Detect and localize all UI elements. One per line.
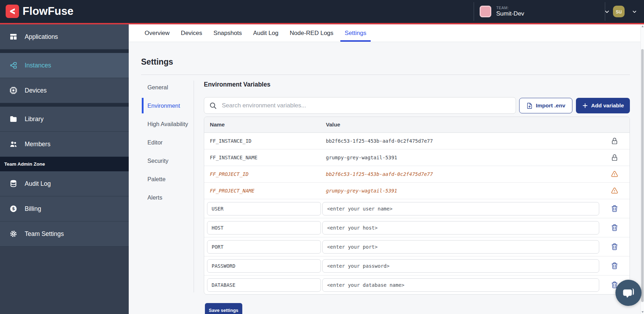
- table-row-deprecated: FF_PROJECT_ID bb2f6c53-1f25-453b-aafd-0c…: [204, 166, 630, 183]
- team-selector[interactable]: TEAM: Sumit-Dev: [480, 0, 610, 23]
- sidebar-item-audit-log[interactable]: Audit Log: [0, 171, 129, 196]
- subnav-item-alerts[interactable]: Alerts: [142, 193, 188, 202]
- subnav-item-palette[interactable]: Palette: [142, 175, 188, 183]
- save-settings-button[interactable]: Save settings: [205, 303, 242, 314]
- env-name-input[interactable]: [207, 259, 321, 273]
- subnav-item-general[interactable]: General: [142, 83, 188, 91]
- delete-variable-button[interactable]: [611, 262, 618, 269]
- lock-icon: [611, 154, 618, 161]
- env-value-input[interactable]: [322, 202, 599, 215]
- sidebar-item-label: Applications: [25, 33, 58, 41]
- lock-icon: [611, 137, 618, 145]
- env-variables-heading: Environment Variables: [204, 81, 271, 88]
- sidebar-item-library[interactable]: Library: [0, 107, 129, 132]
- env-name-input[interactable]: [207, 240, 321, 254]
- sidebar: Applications Instances Devices Library: [0, 24, 129, 314]
- sidebar-gap: [0, 103, 129, 107]
- sidebar-item-label: Instances: [25, 62, 51, 69]
- import-icon: [526, 102, 533, 109]
- brand-logo[interactable]: FlowFuse: [6, 5, 74, 18]
- chat-bubble-icon: [621, 285, 636, 300]
- scrollbar-thumb[interactable]: [641, 49, 644, 302]
- tab-snapshots[interactable]: Snapshots: [209, 24, 246, 42]
- page-title: Settings: [141, 57, 173, 67]
- sidebar-gap: [0, 49, 129, 53]
- table-row-editable: [204, 218, 630, 237]
- search-input[interactable]: [221, 102, 516, 109]
- delete-variable-button[interactable]: [611, 243, 618, 250]
- svg-text:$: $: [12, 206, 15, 211]
- sidebar-item-label: Devices: [25, 87, 47, 94]
- env-value: grumpy-grey-wagtail-5391: [323, 155, 599, 160]
- library-icon: [9, 115, 18, 123]
- table-row-editable: [204, 237, 630, 256]
- sidebar-item-members[interactable]: Members: [0, 132, 129, 157]
- tab-devices[interactable]: Devices: [177, 24, 206, 42]
- env-value: bb2f6c53-1f25-453b-aafd-0c2f475d7e77: [323, 171, 599, 177]
- tab-settings[interactable]: Settings: [340, 24, 370, 42]
- user-menu[interactable]: su: [613, 0, 637, 23]
- team-name: Sumit-Dev: [496, 10, 524, 17]
- env-name-input[interactable]: [207, 202, 321, 215]
- table-row-deprecated: FF_PROJECT_NAME grumpy-grey-wagtail-5391: [204, 183, 630, 199]
- team-avatar: [480, 6, 491, 17]
- subnav-divider: [194, 81, 194, 292]
- env-name: FF_INSTANCE_NAME: [204, 155, 323, 160]
- billing-icon: $: [9, 205, 18, 213]
- sidebar-item-devices[interactable]: Devices: [0, 78, 129, 103]
- app-window: FlowFuse TEAM: Sumit-Dev su: [0, 0, 644, 314]
- add-variable-button[interactable]: Add variable: [576, 98, 630, 113]
- subnav-item-environment[interactable]: Environment: [142, 101, 188, 110]
- env-value: bb2f6c53-1f25-453b-aafd-0c2f475d7e77: [323, 138, 599, 144]
- env-name-input[interactable]: [207, 221, 321, 235]
- devices-icon: [9, 86, 18, 95]
- vertical-scrollbar: [640, 24, 644, 314]
- sidebar-item-billing[interactable]: $ Billing: [0, 196, 129, 221]
- env-name-input[interactable]: [207, 278, 321, 292]
- team-label: TEAM:: [496, 6, 524, 10]
- scroll-down-arrow[interactable]: [642, 311, 644, 313]
- search-icon: [209, 102, 217, 109]
- subnav-item-editor[interactable]: Editor: [142, 138, 188, 147]
- delete-variable-button[interactable]: [611, 224, 618, 231]
- instances-icon: [9, 61, 18, 70]
- sidebar-item-label: Members: [25, 141, 50, 148]
- env-value-input[interactable]: [322, 240, 599, 254]
- plus-icon: [582, 102, 588, 109]
- tab-audit-log[interactable]: Audit Log: [249, 24, 283, 42]
- sidebar-item-team-settings[interactable]: Team Settings: [0, 221, 129, 247]
- delete-variable-button[interactable]: [611, 205, 618, 212]
- sidebar-item-instances[interactable]: Instances: [0, 53, 129, 78]
- scroll-up-arrow[interactable]: [642, 25, 644, 27]
- env-search: [204, 97, 516, 114]
- tab-node-red-logs[interactable]: Node-RED Logs: [286, 24, 338, 42]
- title-divider: [141, 75, 630, 75]
- subnav-item-security[interactable]: Security: [142, 156, 188, 165]
- subnav-item-high-availability[interactable]: High Availability: [142, 120, 188, 128]
- import-env-button[interactable]: Import .env: [519, 98, 572, 113]
- warning-icon: [611, 187, 618, 195]
- table-row: FF_INSTANCE_NAME grumpy-grey-wagtail-539…: [204, 149, 630, 166]
- table-row-editable: [204, 199, 630, 218]
- brand-name: FlowFuse: [23, 5, 74, 18]
- env-value-input[interactable]: [322, 221, 599, 235]
- env-name: FF_PROJECT_ID: [204, 171, 323, 177]
- env-variables-table: Name Value FF_INSTANCE_ID bb2f6c53-1f25-…: [204, 117, 630, 295]
- sidebar-item-label: Library: [25, 115, 44, 123]
- table-row: FF_INSTANCE_ID bb2f6c53-1f25-453b-aafd-0…: [204, 133, 630, 149]
- members-icon: [9, 140, 18, 148]
- header-divider: [605, 2, 605, 21]
- table-header: Name Value: [204, 117, 630, 133]
- sidebar-section-team-admin-zone: Team Admin Zone: [0, 157, 129, 171]
- gear-icon: [9, 230, 18, 238]
- chevron-down-icon: [632, 9, 637, 14]
- chat-widget-button[interactable]: [615, 280, 642, 306]
- table-row-editable: [204, 276, 630, 294]
- flowfuse-logo-icon: [6, 5, 19, 18]
- tab-overview[interactable]: Overview: [140, 24, 174, 42]
- sidebar-item-applications[interactable]: Applications: [0, 24, 129, 49]
- env-value-input[interactable]: [322, 278, 599, 292]
- top-header: FlowFuse TEAM: Sumit-Dev su: [0, 0, 644, 23]
- env-value-input[interactable]: [322, 259, 599, 273]
- env-value: grumpy-grey-wagtail-5391: [323, 188, 599, 194]
